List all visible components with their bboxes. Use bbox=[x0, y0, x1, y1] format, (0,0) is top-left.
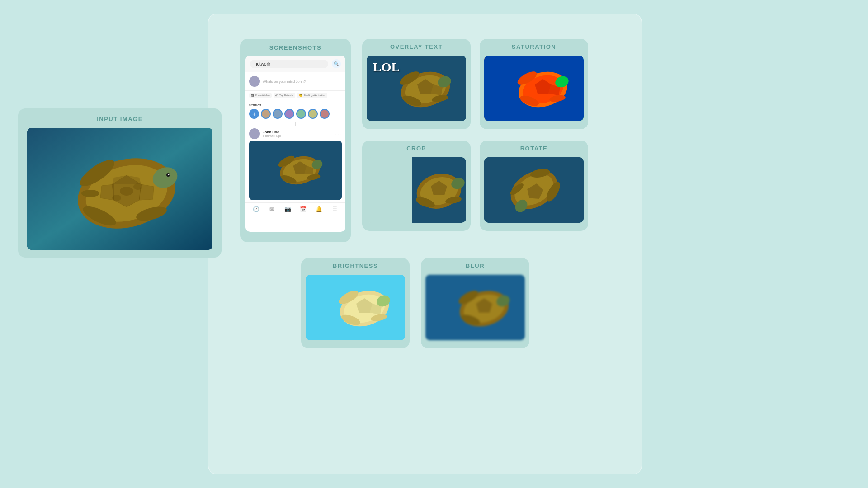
phone-mockup: network 🔍 Whats on your mind John? 🖼 Pho… bbox=[245, 56, 345, 232]
overlay-text-card: OVERLAY TEXT LOL bbox=[362, 39, 471, 129]
post-divider bbox=[295, 122, 296, 126]
post-composer: Whats on your mind John? bbox=[245, 72, 345, 91]
lol-overlay: LOL bbox=[373, 60, 400, 75]
nav-video-icon[interactable]: 📷 bbox=[284, 206, 291, 213]
story-2[interactable] bbox=[273, 109, 283, 119]
svg-point-74 bbox=[133, 183, 142, 190]
svg-point-72 bbox=[81, 190, 99, 197]
svg-point-75 bbox=[112, 195, 121, 201]
rotate-image bbox=[484, 157, 584, 223]
blur-title: BLUR bbox=[466, 263, 485, 269]
svg-marker-64 bbox=[100, 184, 114, 200]
feelings-icon: 😊 bbox=[299, 94, 303, 97]
post-header: John Doe a minute ago ··· bbox=[249, 128, 342, 139]
story-1[interactable] bbox=[261, 109, 271, 119]
feelings-label: Feelings/Activities bbox=[304, 94, 326, 97]
blur-turtle-svg bbox=[425, 275, 525, 340]
blur-image bbox=[425, 275, 525, 340]
network-label: network bbox=[250, 60, 328, 68]
post-timestamp: a minute ago bbox=[263, 134, 281, 137]
rotate-turtle-svg bbox=[484, 157, 584, 223]
tag-icon: 🏷 bbox=[275, 94, 278, 97]
phone-header: network 🔍 bbox=[245, 56, 345, 72]
nav-calendar-icon[interactable]: 📅 bbox=[300, 206, 307, 213]
tag-friends-btn[interactable]: 🏷 Tag Friends bbox=[274, 93, 295, 98]
overlay-image: LOL bbox=[367, 56, 466, 121]
screenshots-title: SCREENSHOTS bbox=[245, 44, 345, 51]
nav-mail-icon[interactable]: ✉ bbox=[268, 206, 275, 213]
input-image-title: INPUT IMAGE bbox=[97, 116, 143, 122]
stories-section: Stories + bbox=[245, 100, 345, 122]
crop-turtle-svg bbox=[412, 157, 466, 223]
svg-point-73 bbox=[120, 187, 133, 196]
story-6[interactable] bbox=[320, 109, 330, 119]
nav-clock-icon[interactable]: 🕐 bbox=[252, 206, 259, 213]
rotate-title: ROTATE bbox=[520, 145, 548, 152]
story-4[interactable] bbox=[296, 109, 306, 119]
nav-bell-icon[interactable]: 🔔 bbox=[316, 206, 323, 213]
post-item: John Doe a minute ago ··· bbox=[245, 126, 345, 202]
crop-title: CROP bbox=[406, 145, 426, 152]
saturation-image bbox=[484, 56, 584, 121]
input-turtle-svg bbox=[27, 128, 212, 250]
photo-label: Photo/Video bbox=[255, 94, 270, 97]
screenshots-card: SCREENSHOTS network 🔍 Whats on your mind… bbox=[240, 39, 351, 242]
stories-label: Stories bbox=[249, 103, 342, 107]
story-5[interactable] bbox=[308, 109, 318, 119]
post-actions: 🖼 Photo/Video 🏷 Tag Friends 😊 Feelings/A… bbox=[245, 91, 345, 100]
post-username: John Doe bbox=[263, 130, 281, 134]
brightness-turtle-svg bbox=[306, 275, 405, 340]
saturation-turtle-svg bbox=[484, 56, 584, 121]
post-info: John Doe a minute ago bbox=[263, 130, 281, 137]
overlay-text-title: OVERLAY TEXT bbox=[390, 43, 443, 50]
input-image-card: INPUT IMAGE bbox=[18, 108, 222, 258]
phone-bottom-nav: 🕐 ✉ 📷 📅 🔔 ☰ bbox=[245, 202, 345, 216]
story-3[interactable] bbox=[284, 109, 294, 119]
rotate-card: ROTATE bbox=[480, 141, 588, 231]
post-turtle-svg bbox=[249, 141, 342, 200]
post-image bbox=[249, 141, 342, 200]
crop-card: CROP bbox=[362, 141, 471, 231]
input-turtle-container bbox=[27, 128, 212, 250]
feelings-btn[interactable]: 😊 Feelings/Activities bbox=[297, 93, 327, 98]
composer-placeholder[interactable]: Whats on your mind John? bbox=[263, 80, 306, 84]
blur-card: BLUR bbox=[421, 258, 529, 348]
post-more-dots[interactable]: ··· bbox=[335, 131, 342, 136]
nav-menu-icon[interactable]: ☰ bbox=[331, 206, 339, 213]
main-container: SCREENSHOTS network 🔍 Whats on your mind… bbox=[208, 14, 642, 474]
brightness-image bbox=[306, 275, 405, 340]
saturation-title: SATURATION bbox=[512, 43, 556, 50]
user-avatar-composer bbox=[249, 76, 260, 87]
brightness-card: BRIGHTNESS bbox=[301, 258, 410, 348]
add-story-btn[interactable]: + bbox=[249, 109, 259, 119]
tag-label: Tag Friends bbox=[279, 94, 293, 97]
crop-image bbox=[367, 157, 466, 223]
search-icon[interactable]: 🔍 bbox=[332, 59, 341, 68]
post-avatar bbox=[249, 128, 260, 139]
photo-icon: 🖼 bbox=[251, 94, 254, 97]
photo-video-btn[interactable]: 🖼 Photo/Video bbox=[249, 93, 272, 98]
stories-row: + bbox=[249, 109, 342, 119]
brightness-title: BRIGHTNESS bbox=[333, 263, 378, 269]
svg-point-68 bbox=[168, 174, 170, 175]
crop-turtle-portion bbox=[412, 157, 466, 223]
saturation-card: SATURATION bbox=[480, 39, 588, 129]
